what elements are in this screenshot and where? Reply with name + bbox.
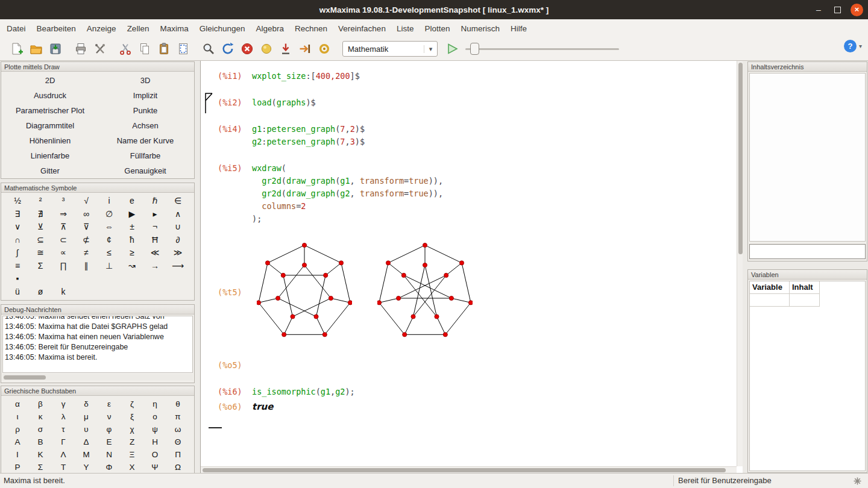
math-symbol[interactable]: ⇒ bbox=[52, 208, 75, 221]
math-symbol[interactable]: ∨ bbox=[6, 221, 29, 234]
greek-letter[interactable]: Χ bbox=[121, 461, 143, 474]
math-symbol[interactable]: ∞ bbox=[75, 208, 98, 221]
menu-item[interactable]: Gleichungen bbox=[194, 21, 251, 36]
greek-letter[interactable]: Π bbox=[166, 448, 189, 461]
worksheet-cell[interactable]: (%i2)load(graphs)$ bbox=[218, 96, 737, 109]
greek-letter[interactable]: Θ bbox=[166, 436, 189, 448]
math-symbol[interactable]: ± bbox=[121, 221, 143, 234]
greek-letter[interactable]: Ψ bbox=[143, 461, 166, 474]
find-button[interactable] bbox=[200, 40, 218, 58]
select-all-button[interactable] bbox=[174, 40, 192, 58]
toc-filter-input[interactable] bbox=[749, 244, 866, 259]
math-symbol[interactable]: ∝ bbox=[52, 246, 75, 260]
draw-pane-button[interactable]: Name der Kurve bbox=[98, 133, 193, 148]
math-symbol[interactable]: ≫ bbox=[166, 246, 189, 260]
math-symbol[interactable]: e bbox=[121, 195, 143, 208]
greek-letter[interactable]: Ω bbox=[166, 461, 189, 474]
cell-bracket[interactable] bbox=[204, 92, 213, 117]
draw-pane-button[interactable]: Füllfarbe bbox=[98, 148, 193, 163]
greek-letter[interactable]: Ρ bbox=[6, 461, 29, 474]
worksheet[interactable]: (%i1)wxplot_size:[400,200]$(%i2)load(gra… bbox=[201, 61, 737, 466]
math-symbol[interactable]: ⟶ bbox=[166, 260, 189, 273]
draw-pane-button[interactable]: Linienfarbe bbox=[2, 148, 98, 163]
greek-letter[interactable]: λ bbox=[52, 410, 75, 423]
worksheet-cell[interactable]: (%i6)is_isomorphic(g1,g2); bbox=[218, 386, 737, 398]
math-symbol[interactable]: ⊻ bbox=[29, 221, 52, 234]
cut-button[interactable] bbox=[116, 40, 134, 58]
worksheet-cell[interactable]: (%o6)true bbox=[218, 401, 737, 413]
new-document-button[interactable] bbox=[8, 40, 26, 58]
greek-letter[interactable]: σ bbox=[29, 423, 52, 436]
menu-item[interactable]: Bearbeiten bbox=[31, 21, 81, 36]
math-symbol[interactable]: ħ bbox=[121, 234, 143, 247]
menu-item[interactable]: Hilfe bbox=[505, 21, 532, 36]
greek-letter[interactable]: υ bbox=[75, 423, 98, 436]
scrollbar-thumb[interactable] bbox=[203, 468, 726, 472]
draw-pane-button[interactable]: 2D bbox=[2, 73, 98, 88]
close-button[interactable]: × bbox=[851, 4, 863, 16]
math-symbol[interactable]: ℏ bbox=[143, 195, 166, 208]
minimize-button[interactable]: – bbox=[813, 5, 825, 14]
math-symbol[interactable]: ³ bbox=[52, 195, 75, 208]
greek-letter[interactable]: Τ bbox=[52, 461, 75, 474]
math-symbol[interactable]: ⊥ bbox=[98, 260, 121, 273]
greek-letter[interactable]: Β bbox=[29, 436, 52, 448]
greek-letter[interactable]: π bbox=[166, 410, 189, 423]
math-symbol[interactable]: ⊼ bbox=[52, 221, 75, 234]
copy-button[interactable] bbox=[136, 40, 154, 58]
worksheet-cell[interactable]: (%i1)wxplot_size:[400,200]$ bbox=[218, 70, 737, 83]
draw-pane-button[interactable]: Achsen bbox=[98, 118, 193, 133]
menu-item[interactable]: Liste bbox=[391, 21, 420, 36]
greek-letter[interactable]: Α bbox=[6, 436, 29, 448]
greek-letter[interactable]: ε bbox=[98, 398, 121, 410]
draw-pane-button[interactable]: Parametrischer Plot bbox=[2, 103, 98, 118]
paste-button[interactable] bbox=[155, 40, 173, 58]
open-button[interactable] bbox=[27, 40, 45, 58]
math-symbol[interactable]: ∥ bbox=[75, 260, 98, 273]
greek-letter[interactable]: ν bbox=[98, 410, 121, 423]
greek-letter[interactable]: η bbox=[143, 398, 166, 410]
draw-pane-button[interactable]: Genauigkeit bbox=[98, 163, 193, 178]
math-symbol[interactable]: √ bbox=[75, 195, 98, 208]
worksheet-cell[interactable]: (%t5) bbox=[218, 239, 737, 345]
draw-pane-button[interactable]: Ausdruck bbox=[2, 88, 98, 103]
math-symbol[interactable]: ⊄ bbox=[75, 234, 98, 247]
debug-horizontal-scrollbar[interactable] bbox=[2, 374, 193, 380]
greek-letter[interactable]: Ο bbox=[143, 448, 166, 461]
save-button[interactable] bbox=[46, 40, 64, 58]
math-symbol[interactable]: ½ bbox=[6, 195, 29, 208]
math-symbol[interactable]: ↝ bbox=[121, 260, 143, 273]
math-symbol[interactable]: ⊽ bbox=[75, 221, 98, 234]
math-symbol[interactable]: ∃ bbox=[6, 208, 29, 221]
greek-letter[interactable]: δ bbox=[75, 398, 98, 410]
greek-letter[interactable]: Σ bbox=[29, 461, 52, 474]
greek-letter[interactable]: ψ bbox=[143, 423, 166, 436]
draw-pane-button[interactable]: 3D bbox=[98, 73, 193, 88]
menu-item[interactable]: Plotten bbox=[419, 21, 455, 36]
cell-content[interactable]: load(graphs)$ bbox=[252, 96, 316, 109]
greek-letter[interactable]: Ν bbox=[98, 448, 121, 461]
cell-content[interactable] bbox=[252, 239, 473, 345]
math-symbol[interactable]: ∪ bbox=[166, 221, 189, 234]
math-symbol[interactable] bbox=[121, 272, 143, 286]
evaluate-rest-button[interactable] bbox=[315, 40, 333, 58]
greek-letter[interactable]: ρ bbox=[6, 423, 29, 436]
menu-item[interactable]: Anzeige bbox=[81, 21, 122, 36]
math-symbol[interactable]: ≪ bbox=[143, 246, 166, 260]
greek-letter[interactable]: Ι bbox=[6, 448, 29, 461]
variables-cell[interactable] bbox=[790, 294, 820, 307]
math-symbol[interactable]: ⇔ bbox=[98, 221, 121, 234]
math-symbol[interactable]: ∅ bbox=[98, 208, 121, 221]
greek-letter[interactable]: ο bbox=[143, 410, 166, 423]
menu-item[interactable]: Numerisch bbox=[455, 21, 505, 36]
math-symbol[interactable]: ▪ bbox=[6, 272, 29, 286]
math-symbol[interactable]: ≅ bbox=[29, 246, 52, 260]
math-symbol[interactable]: ü bbox=[6, 286, 29, 299]
toc-tree[interactable] bbox=[749, 73, 866, 242]
math-symbol[interactable]: ▶ bbox=[121, 208, 143, 221]
help-chevron-icon[interactable]: ▾ bbox=[859, 43, 862, 49]
draw-pane-button[interactable]: Höhenlinien bbox=[2, 133, 98, 148]
cell-content[interactable]: wxdraw( gr2d(draw_graph(g1, transform=tr… bbox=[252, 162, 443, 225]
math-symbol[interactable]: ∏ bbox=[52, 260, 75, 273]
draw-pane-button[interactable]: Punkte bbox=[98, 103, 193, 118]
